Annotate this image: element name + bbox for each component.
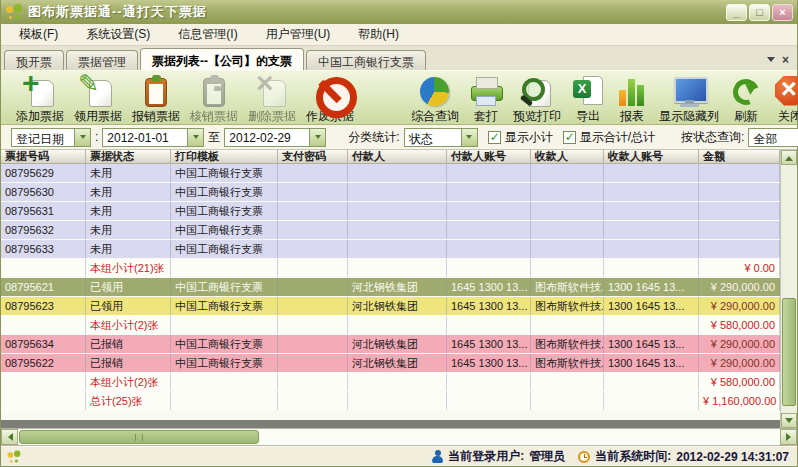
chevron-down-icon[interactable] — [187, 129, 203, 146]
menu-item-0[interactable]: 模板(F) — [5, 24, 72, 45]
table-row[interactable]: 本组小计(2)张¥ 580,000.00 — [1, 373, 780, 392]
table-row[interactable]: 08795622已报销中国工商银行支票河北钢铁集团1645 1300 13...… — [1, 354, 780, 373]
toolbar-button-combined-query[interactable]: 综合查询 — [406, 72, 464, 124]
scroll-up-button[interactable] — [781, 150, 797, 165]
cell-r2-c7 — [604, 202, 699, 220]
scroll-right-button[interactable] — [780, 429, 797, 445]
cell-r0-c1: 未用 — [86, 164, 171, 182]
cell-r1-c7 — [604, 183, 699, 201]
table-bottom-band — [1, 420, 782, 428]
toolbar: 添加票据领用票据报销票据核销票据删除票据作废票据 综合查询套打预览打印导出报表显… — [1, 70, 797, 125]
column-header-0[interactable]: 票据号码 — [1, 150, 86, 163]
cell-r4-c1: 未用 — [86, 240, 171, 258]
tab-2[interactable]: 票据列表--【公司】的支票 — [140, 48, 304, 70]
table-row[interactable]: 08795632未用中国工商银行支票 — [1, 221, 780, 240]
toolbar-button-print-preview[interactable]: 预览打印 — [508, 72, 566, 124]
tab-3[interactable]: 中国工商银行支票 — [306, 50, 426, 70]
table-row[interactable]: 本组小计(2)张¥ 580,000.00 — [1, 316, 780, 335]
horizontal-scrollbar[interactable] — [1, 428, 797, 446]
date-from-select[interactable]: 2012-01-01 — [102, 128, 204, 147]
table-row[interactable]: 本组小计(21)张¥ 0.00 — [1, 259, 780, 278]
cell-r1-c2: 中国工商银行支票 — [171, 183, 278, 201]
toolbar-button-toggle-columns[interactable]: 显示隐藏列 — [654, 72, 724, 124]
tab-1[interactable]: 票据管理 — [66, 50, 138, 70]
toolbar-button-void-ticket[interactable]: 作废票据 — [301, 72, 359, 124]
toolbar-button-label: 导出 — [576, 109, 600, 123]
toolbar-button-refresh[interactable]: 刷新 — [724, 72, 768, 124]
column-header-4[interactable]: 付款人 — [348, 150, 447, 163]
menu-item-2[interactable]: 信息管理(I) — [164, 24, 251, 45]
chevron-down-icon[interactable] — [461, 129, 477, 146]
chevron-down-icon[interactable] — [74, 129, 90, 146]
column-header-7[interactable]: 收款人账号 — [604, 150, 699, 163]
cell-r12-c1: 总计(25)张 — [86, 392, 171, 410]
table-row[interactable]: 08795634已报销中国工商银行支票河北钢铁集团1645 1300 13...… — [1, 335, 780, 354]
chevron-down-icon[interactable] — [309, 129, 325, 146]
cell-r10-c2: 中国工商银行支票 — [171, 354, 278, 372]
menu-item-4[interactable]: 帮助(H) — [344, 24, 413, 45]
cell-r10-c1: 已报销 — [86, 354, 171, 372]
toolbar-button-receive-ticket[interactable]: 领用票据 — [69, 72, 127, 124]
toolbar-button-label: 刷新 — [734, 109, 758, 123]
date-to-select[interactable]: 2012-02-29 — [224, 128, 326, 147]
vertical-scroll-thumb[interactable] — [782, 298, 796, 406]
scroll-down-button[interactable] — [781, 413, 797, 428]
toolbar-button-add-ticket[interactable]: 添加票据 — [11, 72, 69, 124]
show-subtotal-checkbox[interactable] — [488, 131, 501, 144]
cell-r8-c0 — [1, 316, 86, 334]
current-user-label: 当前登录用户: — [448, 448, 524, 465]
table-row[interactable]: 总计(25)张¥ 1,160,000.00 — [1, 392, 780, 411]
cell-r2-c3 — [278, 202, 348, 220]
column-header-8[interactable]: 金额 — [699, 150, 780, 163]
toolbar-button-export-excel[interactable]: 导出 — [566, 72, 610, 124]
minimize-button[interactable]: _ — [726, 4, 747, 21]
cell-r1-c8 — [699, 183, 780, 201]
toolbar-button-writeoff-ticket: 核销票据 — [185, 72, 243, 124]
table-row[interactable]: 08795633未用中国工商银行支票 — [1, 240, 780, 259]
horizontal-scroll-thumb[interactable] — [19, 430, 259, 444]
cell-r6-c5: 1645 1300 13... — [447, 278, 531, 296]
cell-r11-c8: ¥ 580,000.00 — [699, 373, 780, 391]
cell-r8-c6 — [531, 316, 604, 334]
tab-list-dropdown-icon[interactable] — [767, 57, 775, 66]
table-row[interactable]: 08795631未用中国工商银行支票 — [1, 202, 780, 221]
cell-r9-c2: 中国工商银行支票 — [171, 335, 278, 353]
table-row[interactable]: 08795629未用中国工商银行支票 — [1, 164, 780, 183]
column-header-2[interactable]: 打印模板 — [171, 150, 278, 163]
group-by-label: 分类统计: — [348, 129, 399, 146]
toolbar-button-close-window[interactable]: 关闭 — [768, 72, 798, 124]
cell-r11-c7 — [604, 373, 699, 391]
toolbar-button-report-chart[interactable]: 报表 — [610, 72, 654, 124]
scroll-left-button[interactable] — [1, 429, 18, 445]
vertical-scrollbar[interactable] — [780, 150, 797, 428]
cell-r12-c7 — [604, 392, 699, 410]
menu-item-1[interactable]: 系统设置(S) — [72, 24, 164, 45]
table-row-selected[interactable]: 08795621已领用中国工商银行支票河北钢铁集团1645 1300 13...… — [1, 278, 780, 297]
column-header-1[interactable]: 票据状态 — [86, 150, 171, 163]
date-field-select[interactable]: 登记日期 — [11, 128, 91, 147]
close-button[interactable]: × — [772, 4, 793, 21]
toolbar-button-reimburse-ticket[interactable]: 报销票据 — [127, 72, 185, 124]
title-bar: 图布斯票据通--通打天下票据 _ □ × — [1, 0, 797, 24]
column-header-3[interactable]: 支付密码 — [278, 150, 348, 163]
reimburse-ticket-icon — [139, 75, 173, 108]
status-query-select[interactable]: 全部 — [748, 128, 798, 147]
menu-item-3[interactable]: 用户管理(U) — [252, 24, 345, 45]
cell-r0-c8 — [699, 164, 780, 182]
column-header-6[interactable]: 收款人 — [531, 150, 604, 163]
toggle-columns-icon — [672, 75, 706, 108]
clock-icon — [578, 451, 590, 463]
cell-r1-c0: 08795630 — [1, 183, 86, 201]
cell-r5-c8: ¥ 0.00 — [699, 259, 780, 277]
table-row[interactable]: 08795623已领用中国工商银行支票河北钢铁集团1645 1300 13...… — [1, 297, 780, 316]
show-total-checkbox[interactable] — [563, 131, 576, 144]
toolbar-button-overlay-print[interactable]: 套打 — [464, 72, 508, 124]
maximize-button[interactable]: □ — [749, 4, 770, 21]
report-chart-icon — [615, 75, 649, 108]
close-tab-icon[interactable]: × — [782, 55, 789, 65]
table-row[interactable]: 08795630未用中国工商银行支票 — [1, 183, 780, 202]
column-header-5[interactable]: 付款人账号 — [447, 150, 531, 163]
horizontal-scroll-track[interactable] — [259, 429, 780, 445]
group-by-select[interactable]: 状态 — [404, 128, 478, 147]
current-user-value: 管理员 — [529, 448, 565, 465]
